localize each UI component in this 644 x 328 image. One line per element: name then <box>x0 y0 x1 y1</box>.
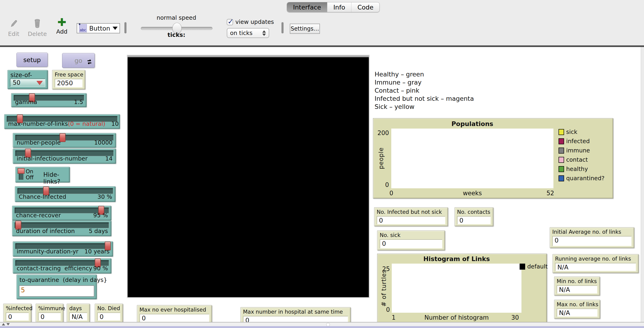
settings-button[interactable]: Settings… <box>290 24 320 34</box>
monitor-value: 0 <box>6 312 29 321</box>
slider-value: 90 % <box>93 265 108 272</box>
x-axis-label: weeks <box>438 190 507 197</box>
delete-label: Delete <box>27 30 48 37</box>
chooser-value: 50 <box>13 79 36 86</box>
edit-label: Edit <box>3 30 24 37</box>
slider-value: 10 <box>112 120 119 127</box>
slider-max-number-of-links[interactable]: max-number-of-links(0 = natural)10 <box>4 114 120 129</box>
monitor-value: 0 <box>38 312 61 321</box>
legend-label: quarantined? <box>566 175 604 182</box>
slider-label: Chance-Infected <box>19 194 66 200</box>
tab-code[interactable]: Code <box>351 2 380 12</box>
slider-gamma[interactable]: gamma1.5 <box>11 93 87 107</box>
switch-channel[interactable] <box>19 169 24 180</box>
populations-plot: Populations 200 0 people 0 weeks 52 sick… <box>373 118 613 198</box>
legend-label: infected <box>566 138 590 144</box>
view-updates-label: view updates <box>235 18 274 25</box>
slider-note: (0 = natural) <box>68 120 112 127</box>
setup-button[interactable]: setup <box>16 52 48 67</box>
y-axis-label: # of turtles <box>380 270 387 307</box>
monitor-value: 0 <box>140 314 210 322</box>
legend-label: sick <box>566 128 577 135</box>
x-axis-min: 1 <box>392 314 396 321</box>
slider-value: 10 years <box>84 248 110 255</box>
min-links-monitor: Min no. of links N/A <box>554 276 600 296</box>
switch-handle[interactable] <box>18 168 24 174</box>
monitor-value: 0 <box>380 239 442 248</box>
monitor-label: Free space <box>55 72 84 78</box>
slider-label: number-people <box>17 139 61 146</box>
monitor-label: No. Infected but not sick <box>377 209 442 215</box>
add-widget-button[interactable]: ✚ Add <box>52 18 72 35</box>
chooser-value-box[interactable]: 50 <box>10 78 46 87</box>
speed-slider-label: normal speed <box>141 14 212 21</box>
plot-title: Histogram of Links <box>392 255 522 262</box>
slider-chance-infected[interactable]: Chance-Infected30 % <box>15 186 116 202</box>
edit-button[interactable]: Edit <box>3 18 24 37</box>
window-bottom-strip <box>0 326 644 328</box>
legend-item-infected: infected <box>558 138 590 144</box>
slider-immunity-duration-yr[interactable]: immunity-duration-yr10 years <box>13 241 113 257</box>
color-key-line: Sick – yellow <box>374 102 474 111</box>
scroll-down-icon[interactable] <box>6 323 10 326</box>
slider-label: duration of infection <box>16 228 75 234</box>
size-of-world-chooser[interactable]: size-of-world 50 <box>8 70 48 89</box>
legend-item-healthy: healthy <box>558 166 588 172</box>
go-button[interactable]: go <box>62 53 95 68</box>
no-died-monitor: No. Died 0 <box>95 304 123 323</box>
days-monitor: days N/A <box>67 304 90 323</box>
world-view[interactable] <box>127 55 369 298</box>
switch-on-label: On <box>26 168 34 174</box>
horizontal-scrollbar[interactable] <box>0 322 644 326</box>
toolbar-divider <box>124 22 126 33</box>
legend-item-immune: immune <box>558 147 590 154</box>
input-field[interactable]: 5 <box>19 286 94 297</box>
scrollbar-thumb[interactable] <box>326 323 330 326</box>
slider-label: contact-tracing efficiency <box>17 265 92 272</box>
scroll-up-icon[interactable] <box>2 323 5 326</box>
legend-label: immune <box>566 147 590 154</box>
delete-button[interactable]: Delete <box>27 18 48 37</box>
vertical-scrollbar[interactable] <box>641 47 644 322</box>
tab-info[interactable]: Info <box>327 2 351 12</box>
running-avg-links-monitor: Running average no. of links N/A <box>552 254 639 273</box>
view-updates-checkbox[interactable]: ✓ <box>227 19 233 25</box>
monitor-label: Min no. of links <box>557 278 597 284</box>
input-label: to-quarantine (delay in days} <box>20 276 107 283</box>
slider-track[interactable] <box>14 222 109 228</box>
slider-contact-tracing-efficiency[interactable]: contact-tracing efficiency90 % <box>13 258 112 274</box>
slider-value: 1.5 <box>74 99 83 106</box>
to-quarantine-input[interactable]: to-quarantine (delay in days} 5 <box>16 274 97 299</box>
checkmark-icon: ✓ <box>228 17 234 26</box>
toolbar-separator <box>0 46 644 47</box>
input-value: 5 <box>21 286 25 294</box>
monitor-label: Max number in hospital at same time <box>243 309 343 315</box>
slider-chance-recover[interactable]: chance-recover95 % <box>12 206 112 220</box>
slider-duration-of-infection[interactable]: duration of infection5 days <box>12 220 112 236</box>
monitor-label: Max no. of links <box>557 301 598 308</box>
legend-label: default <box>527 263 548 270</box>
slider-track[interactable] <box>17 188 113 194</box>
max-ever-hospitalised-monitor: Max no ever hospitalised 0 <box>137 305 212 324</box>
y-axis-min: 0 <box>378 306 390 313</box>
widget-type-dropdown[interactable]: abc Button <box>77 23 120 33</box>
no-sick-monitor: No. sick 0 <box>377 230 445 250</box>
slider-number-people[interactable]: number-people10000 <box>13 133 116 148</box>
slider-initial-infectious-number[interactable]: initial-infectious-number14 <box>13 148 116 164</box>
no-contacts-monitor: No. contacts 0 <box>454 207 494 226</box>
monitor-label: %infected <box>6 305 32 311</box>
setup-button-label: setup <box>24 56 41 64</box>
slider-label: gamma <box>15 99 37 106</box>
monitor-label: No. Died <box>97 305 120 311</box>
slider-label: chance-recover <box>16 212 61 219</box>
max-links-monitor: Max no. of links N/A <box>554 300 600 319</box>
switch-name: Hide-links? <box>43 171 70 185</box>
legend-swatch <box>558 175 564 181</box>
slider-label: initial-infectious-number <box>17 155 88 162</box>
update-mode-select[interactable]: on ticks <box>227 28 269 38</box>
tab-bar: Interface Info Code <box>287 2 380 12</box>
go-button-label: go <box>74 57 82 64</box>
legend-label: healthy <box>566 166 588 172</box>
tab-interface[interactable]: Interface <box>287 2 327 12</box>
hide-links-switch[interactable]: On Off Hide-links? <box>15 167 70 182</box>
